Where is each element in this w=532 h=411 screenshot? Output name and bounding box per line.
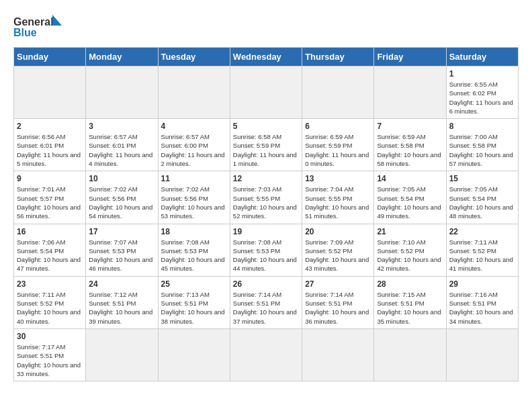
day-number: 25 bbox=[161, 279, 227, 289]
calendar-cell: 20Sunrise: 7:09 AM Sunset: 5:52 PM Dayli… bbox=[302, 224, 374, 276]
calendar-cell: 1Sunrise: 6:55 AM Sunset: 6:02 PM Daylig… bbox=[446, 66, 518, 119]
day-info: Sunrise: 7:08 AM Sunset: 5:53 PM Dayligh… bbox=[161, 238, 227, 273]
day-number: 13 bbox=[305, 174, 371, 183]
day-number: 6 bbox=[305, 122, 371, 131]
day-number: 16 bbox=[17, 227, 83, 236]
calendar-cell: 9Sunrise: 7:01 AM Sunset: 5:57 PM Daylig… bbox=[14, 171, 86, 224]
day-number: 26 bbox=[233, 279, 299, 289]
calendar-week-row: 30Sunrise: 7:17 AM Sunset: 5:51 PM Dayli… bbox=[14, 328, 519, 381]
day-number: 22 bbox=[449, 227, 515, 236]
calendar-cell: 25Sunrise: 7:13 AM Sunset: 5:51 PM Dayli… bbox=[158, 276, 230, 328]
day-info: Sunrise: 7:09 AM Sunset: 5:52 PM Dayligh… bbox=[305, 238, 371, 273]
calendar-cell bbox=[230, 328, 302, 381]
calendar-cell bbox=[230, 66, 302, 119]
svg-marker-2 bbox=[52, 15, 62, 26]
day-number: 18 bbox=[161, 227, 227, 236]
calendar-cell bbox=[374, 328, 446, 381]
day-info: Sunrise: 6:57 AM Sunset: 6:00 PM Dayligh… bbox=[161, 132, 227, 168]
day-info: Sunrise: 6:59 AM Sunset: 5:59 PM Dayligh… bbox=[305, 132, 371, 168]
calendar-week-row: 23Sunrise: 7:11 AM Sunset: 5:52 PM Dayli… bbox=[14, 276, 519, 328]
calendar-cell: 15Sunrise: 7:05 AM Sunset: 5:54 PM Dayli… bbox=[446, 171, 518, 224]
day-info: Sunrise: 6:55 AM Sunset: 6:02 PM Dayligh… bbox=[449, 80, 515, 116]
day-number: 11 bbox=[161, 174, 227, 183]
day-of-week-tuesday: Tuesday bbox=[158, 48, 230, 66]
calendar-cell: 11Sunrise: 7:02 AM Sunset: 5:56 PM Dayli… bbox=[158, 171, 230, 224]
calendar-cell bbox=[86, 328, 158, 381]
logo: GeneralBlue bbox=[13, 13, 67, 40]
day-number: 2 bbox=[17, 122, 83, 131]
calendar-cell: 29Sunrise: 7:16 AM Sunset: 5:51 PM Dayli… bbox=[446, 276, 518, 328]
day-number: 4 bbox=[161, 122, 227, 131]
day-number: 23 bbox=[17, 279, 83, 289]
calendar-cell: 12Sunrise: 7:03 AM Sunset: 5:55 PM Dayli… bbox=[230, 171, 302, 224]
calendar-cell: 13Sunrise: 7:04 AM Sunset: 5:55 PM Dayli… bbox=[302, 171, 374, 224]
day-info: Sunrise: 7:04 AM Sunset: 5:55 PM Dayligh… bbox=[305, 185, 371, 220]
calendar-cell bbox=[158, 328, 230, 381]
calendar-cell: 6Sunrise: 6:59 AM Sunset: 5:59 PM Daylig… bbox=[302, 119, 374, 171]
day-number: 15 bbox=[449, 174, 515, 183]
day-info: Sunrise: 7:15 AM Sunset: 5:51 PM Dayligh… bbox=[377, 290, 443, 326]
day-info: Sunrise: 7:12 AM Sunset: 5:51 PM Dayligh… bbox=[89, 290, 154, 326]
calendar-cell: 27Sunrise: 7:14 AM Sunset: 5:51 PM Dayli… bbox=[302, 276, 374, 328]
calendar-cell: 7Sunrise: 6:59 AM Sunset: 5:58 PM Daylig… bbox=[374, 119, 446, 171]
day-number: 17 bbox=[89, 227, 154, 236]
calendar-week-row: 2Sunrise: 6:56 AM Sunset: 6:01 PM Daylig… bbox=[14, 119, 519, 171]
calendar-cell: 2Sunrise: 6:56 AM Sunset: 6:01 PM Daylig… bbox=[14, 119, 86, 171]
day-info: Sunrise: 7:06 AM Sunset: 5:54 PM Dayligh… bbox=[17, 238, 83, 273]
calendar-cell: 28Sunrise: 7:15 AM Sunset: 5:51 PM Dayli… bbox=[374, 276, 446, 328]
day-info: Sunrise: 7:02 AM Sunset: 5:56 PM Dayligh… bbox=[89, 185, 154, 220]
day-number: 9 bbox=[17, 174, 83, 183]
day-info: Sunrise: 7:11 AM Sunset: 5:52 PM Dayligh… bbox=[449, 238, 515, 273]
calendar-cell: 17Sunrise: 7:07 AM Sunset: 5:53 PM Dayli… bbox=[86, 224, 158, 276]
day-number: 12 bbox=[233, 174, 299, 183]
day-info: Sunrise: 7:07 AM Sunset: 5:53 PM Dayligh… bbox=[89, 238, 154, 273]
day-number: 3 bbox=[89, 122, 154, 131]
day-info: Sunrise: 7:11 AM Sunset: 5:52 PM Dayligh… bbox=[17, 290, 83, 326]
calendar-cell: 26Sunrise: 7:14 AM Sunset: 5:51 PM Dayli… bbox=[230, 276, 302, 328]
day-info: Sunrise: 7:14 AM Sunset: 5:51 PM Dayligh… bbox=[305, 290, 371, 326]
day-info: Sunrise: 7:13 AM Sunset: 5:51 PM Dayligh… bbox=[161, 290, 227, 326]
day-number: 10 bbox=[89, 174, 154, 183]
page-header: GeneralBlue bbox=[13, 13, 519, 40]
day-number: 1 bbox=[449, 69, 515, 79]
day-info: Sunrise: 6:59 AM Sunset: 5:58 PM Dayligh… bbox=[377, 132, 443, 168]
day-of-week-sunday: Sunday bbox=[14, 48, 86, 66]
calendar-cell bbox=[302, 66, 374, 119]
day-of-week-monday: Monday bbox=[86, 48, 158, 66]
day-info: Sunrise: 7:05 AM Sunset: 5:54 PM Dayligh… bbox=[377, 185, 443, 220]
calendar-cell: 30Sunrise: 7:17 AM Sunset: 5:51 PM Dayli… bbox=[14, 328, 86, 381]
day-info: Sunrise: 7:08 AM Sunset: 5:53 PM Dayligh… bbox=[233, 238, 299, 273]
calendar-cell bbox=[302, 328, 374, 381]
day-info: Sunrise: 6:58 AM Sunset: 5:59 PM Dayligh… bbox=[233, 132, 299, 168]
day-info: Sunrise: 7:00 AM Sunset: 5:58 PM Dayligh… bbox=[449, 132, 515, 168]
day-info: Sunrise: 7:10 AM Sunset: 5:52 PM Dayligh… bbox=[377, 238, 443, 273]
calendar-cell: 16Sunrise: 7:06 AM Sunset: 5:54 PM Dayli… bbox=[14, 224, 86, 276]
calendar-table: SundayMondayTuesdayWednesdayThursdayFrid… bbox=[13, 47, 519, 381]
calendar-cell: 18Sunrise: 7:08 AM Sunset: 5:53 PM Dayli… bbox=[158, 224, 230, 276]
calendar-cell: 5Sunrise: 6:58 AM Sunset: 5:59 PM Daylig… bbox=[230, 119, 302, 171]
day-info: Sunrise: 7:03 AM Sunset: 5:55 PM Dayligh… bbox=[233, 185, 299, 220]
day-info: Sunrise: 6:56 AM Sunset: 6:01 PM Dayligh… bbox=[17, 132, 83, 168]
day-number: 19 bbox=[233, 227, 299, 236]
day-number: 7 bbox=[377, 122, 443, 131]
calendar-cell bbox=[14, 66, 86, 119]
calendar-cell bbox=[374, 66, 446, 119]
day-number: 14 bbox=[377, 174, 443, 183]
calendar-cell: 10Sunrise: 7:02 AM Sunset: 5:56 PM Dayli… bbox=[86, 171, 158, 224]
day-info: Sunrise: 7:01 AM Sunset: 5:57 PM Dayligh… bbox=[17, 185, 83, 220]
day-number: 20 bbox=[305, 227, 371, 236]
calendar-cell: 21Sunrise: 7:10 AM Sunset: 5:52 PM Dayli… bbox=[374, 224, 446, 276]
calendar-cell: 4Sunrise: 6:57 AM Sunset: 6:00 PM Daylig… bbox=[158, 119, 230, 171]
calendar-cell: 3Sunrise: 6:57 AM Sunset: 6:01 PM Daylig… bbox=[86, 119, 158, 171]
day-info: Sunrise: 6:57 AM Sunset: 6:01 PM Dayligh… bbox=[89, 132, 154, 168]
day-number: 29 bbox=[449, 279, 515, 289]
day-of-week-friday: Friday bbox=[374, 48, 446, 66]
calendar-cell: 22Sunrise: 7:11 AM Sunset: 5:52 PM Dayli… bbox=[446, 224, 518, 276]
day-number: 30 bbox=[17, 332, 83, 341]
day-info: Sunrise: 7:17 AM Sunset: 5:51 PM Dayligh… bbox=[17, 342, 83, 378]
calendar-cell bbox=[86, 66, 158, 119]
calendar-cell: 23Sunrise: 7:11 AM Sunset: 5:52 PM Dayli… bbox=[14, 276, 86, 328]
calendar-cell: 19Sunrise: 7:08 AM Sunset: 5:53 PM Dayli… bbox=[230, 224, 302, 276]
calendar-header-row: SundayMondayTuesdayWednesdayThursdayFrid… bbox=[14, 48, 519, 66]
calendar-cell: 8Sunrise: 7:00 AM Sunset: 5:58 PM Daylig… bbox=[446, 119, 518, 171]
